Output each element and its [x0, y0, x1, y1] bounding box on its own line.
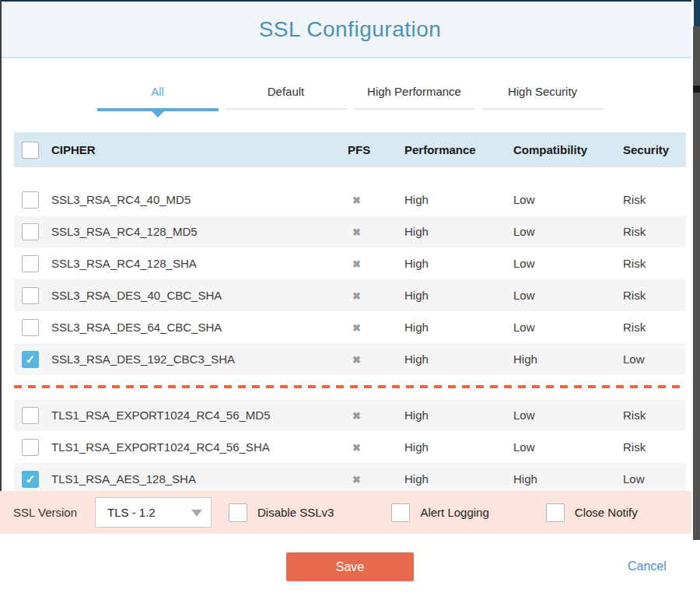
pfs-no-icon: ✖ [348, 226, 361, 238]
check-icon: ✓ [26, 473, 36, 485]
row-checkbox[interactable] [22, 407, 39, 424]
row-checkbox[interactable] [22, 319, 39, 336]
security-value: Risk [623, 257, 686, 270]
option-label: Disable SSLv3 [257, 506, 334, 519]
performance-value: High [404, 472, 513, 486]
tab-underline [354, 108, 475, 110]
ssl-options-bar: SSL Version TLS - 1.2 Disable SSLv3Alert… [0, 491, 692, 534]
cipher-name: TLS1_RSA_EXPORT1024_RC4_56_MD5 [51, 408, 348, 422]
table-row: ✓SSL3_RSA_DES_192_CBC3_SHA✖HighHighLow [14, 343, 686, 375]
performance-value: High [404, 440, 513, 454]
compatibility-value: Low [513, 193, 623, 206]
column-header-pfs: PFS [348, 143, 404, 156]
ssl-configuration-dialog: SSL Configuration AllDefaultHigh Perform… [0, 0, 700, 596]
ssl3-cipher-rows: SSL3_RSA_RC4_40_MD5✖HighLowRiskSSL3_RSA_… [14, 184, 686, 375]
select-all-checkbox[interactable] [22, 142, 39, 159]
tab-label: All [97, 80, 219, 108]
tab-high-security[interactable]: High Security [482, 80, 604, 117]
row-checkbox[interactable]: ✓ [22, 471, 39, 488]
compatibility-value: Low [513, 408, 623, 422]
table-row: ✓TLS1_RSA_AES_128_SHA✖HighHighLow [14, 463, 686, 495]
check-icon: ✓ [26, 353, 36, 365]
pfs-no-icon: ✖ [348, 290, 361, 302]
compatibility-value: Low [513, 257, 623, 270]
row-checkbox[interactable] [22, 439, 39, 456]
alert-logging-checkbox[interactable] [391, 503, 410, 522]
compatibility-value: Low [513, 225, 623, 238]
window-top-edge [0, 0, 700, 2]
cipher-name: TLS1_RSA_AES_128_SHA [51, 472, 348, 486]
option-close-notify: Close Notify [546, 503, 638, 522]
table-header-row: CIPHER PFS Performance Compatibility Sec… [14, 132, 686, 167]
tab-label: High Security [482, 80, 604, 108]
close-notify-checkbox[interactable] [546, 503, 565, 522]
cipher-table: CIPHER PFS Performance Compatibility Sec… [14, 132, 686, 495]
performance-value: High [404, 289, 513, 302]
cipher-name: SSL3_RSA_DES_40_CBC_SHA [51, 289, 348, 302]
performance-value: High [404, 321, 513, 334]
security-value: Low [623, 472, 686, 486]
compatibility-value: Low [513, 440, 623, 454]
tab-underline [226, 108, 347, 110]
cipher-name: SSL3_RSA_RC4_40_MD5 [51, 193, 348, 206]
performance-value: High [404, 352, 513, 366]
ssl-version-value: TLS - 1.2 [96, 506, 156, 519]
security-value: Risk [623, 321, 686, 334]
column-header-performance: Performance [404, 143, 513, 156]
security-value: Risk [623, 193, 686, 206]
pfs-no-icon: ✖ [348, 442, 361, 454]
compatibility-value: Low [513, 321, 623, 334]
option-label: Alert Logging [420, 506, 488, 519]
security-value: Risk [623, 289, 686, 302]
compatibility-value: High [513, 352, 623, 366]
column-header-compatibility: Compatibility [513, 143, 623, 156]
table-row: SSL3_RSA_RC4_128_SHA✖HighLowRisk [14, 247, 686, 279]
table-row: SSL3_RSA_RC4_40_MD5✖HighLowRisk [14, 184, 686, 216]
window-left-edge [0, 0, 2, 491]
chevron-down-icon [191, 510, 202, 517]
performance-value: High [404, 225, 513, 238]
scrollbar-strip[interactable] [691, 0, 700, 596]
pfs-no-icon: ✖ [348, 354, 361, 366]
dialog-header: SSL Configuration [0, 2, 700, 58]
security-value: Risk [623, 225, 686, 238]
row-checkbox[interactable] [22, 191, 39, 209]
compatibility-value: Low [513, 289, 623, 302]
table-row: TLS1_RSA_EXPORT1024_RC4_56_MD5✖HighLowRi… [14, 399, 686, 431]
tab-label: Default [226, 80, 347, 108]
pfs-no-icon: ✖ [348, 258, 361, 270]
dialog-title: SSL Configuration [259, 17, 442, 42]
tls1-cipher-rows: TLS1_RSA_EXPORT1024_RC4_56_MD5✖HighLowRi… [14, 399, 686, 495]
table-row: SSL3_RSA_DES_40_CBC_SHA✖HighLowRisk [14, 279, 686, 311]
protocol-group-divider [14, 385, 686, 388]
cipher-name: SSL3_RSA_DES_64_CBC_SHA [51, 321, 348, 334]
security-value: Risk [623, 408, 686, 422]
tab-all[interactable]: All [97, 80, 219, 117]
disable-sslv3-checkbox[interactable] [229, 503, 247, 522]
option-label: Close Notify [575, 506, 638, 519]
row-checkbox[interactable] [22, 223, 39, 240]
table-spacer [14, 167, 686, 184]
performance-value: High [404, 408, 513, 422]
cipher-name: SSL3_RSA_DES_192_CBC3_SHA [51, 352, 348, 366]
pfs-no-icon: ✖ [348, 195, 361, 206]
tab-label: High Performance [354, 80, 475, 108]
row-checkbox[interactable]: ✓ [22, 351, 39, 368]
security-value: Risk [623, 440, 686, 454]
tab-default[interactable]: Default [226, 80, 347, 117]
table-row: SSL3_RSA_DES_64_CBC_SHA✖HighLowRisk [14, 311, 686, 343]
column-header-cipher: CIPHER [51, 143, 348, 156]
cancel-link[interactable]: Cancel [628, 559, 667, 573]
row-checkbox[interactable] [22, 255, 39, 272]
active-tab-caret-icon [152, 111, 164, 117]
ssl-version-select[interactable]: TLS - 1.2 [95, 497, 212, 528]
performance-value: High [404, 193, 513, 206]
pfs-no-icon: ✖ [348, 474, 361, 486]
row-checkbox[interactable] [22, 287, 39, 304]
cipher-name: SSL3_RSA_RC4_128_SHA [51, 257, 348, 270]
performance-value: High [404, 257, 513, 270]
option-alert-logging: Alert Logging [391, 503, 488, 522]
save-button[interactable]: Save [286, 552, 414, 581]
option-disable-sslv3: Disable SSLv3 [229, 503, 334, 522]
tab-high-performance[interactable]: High Performance [354, 80, 475, 117]
